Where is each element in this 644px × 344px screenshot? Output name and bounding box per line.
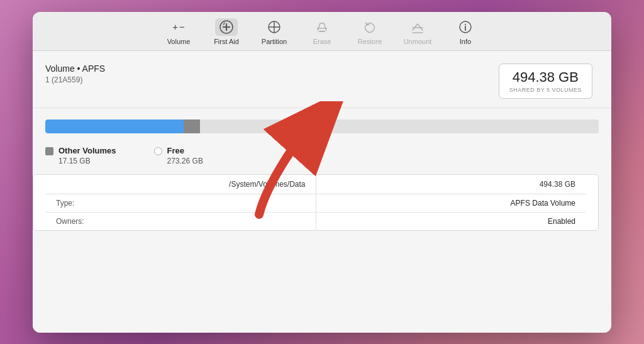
erase-toolbar-item[interactable]: Erase (306, 18, 338, 45)
legend-row: Other Volumes 17.15 GB Free 273.26 GB (33, 140, 611, 174)
svg-rect-2 (319, 31, 325, 32)
progress-section (33, 108, 611, 140)
disk-utility-window: + − Volume First Aid (33, 12, 611, 333)
legend-name-other-volumes: Other Volumes (58, 146, 116, 155)
toolbar: + − Volume First Aid (33, 12, 611, 51)
detail-owners-key: Owners: (46, 213, 316, 230)
erase-label: Erase (313, 38, 331, 45)
first-aid-svg-icon (218, 19, 235, 35)
detail-type-row: Type: APFS Data Volume (46, 194, 586, 213)
partition-toolbar-item[interactable]: Partition (258, 18, 291, 45)
details-path: /System/Volumes/Data (46, 175, 316, 194)
detail-owners-value: Enabled (316, 213, 586, 230)
details-path-row: /System/Volumes/Data 494.38 GB (46, 175, 586, 194)
first-aid-label: First Aid (214, 38, 239, 45)
volume-add-icon: + (172, 22, 178, 31)
info-icon-wrap (454, 18, 477, 36)
erase-svg-icon (314, 19, 330, 35)
legend-text-other-volumes: Other Volumes 17.15 GB (58, 146, 116, 165)
partition-label: Partition (262, 38, 287, 45)
legend-dot-other-volumes (45, 147, 53, 155)
volume-minus-icon: − (179, 22, 185, 31)
capacity-box: 494.38 GB SHARED BY 5 VOLUMES (499, 64, 592, 99)
disk-version: 1 (21A559) (45, 75, 105, 84)
unmount-toolbar-item[interactable]: Unmount (401, 18, 434, 45)
first-aid-icon-wrap (215, 18, 238, 36)
volume-label: Volume (167, 38, 191, 45)
partition-icon-wrap (263, 18, 286, 36)
restore-toolbar-item[interactable]: Restore (353, 18, 386, 45)
info-toolbar-item[interactable]: Info (449, 18, 482, 45)
restore-label: Restore (358, 38, 382, 45)
info-row: Volume • APFS 1 (21A559) 494.38 GB SHARE… (33, 51, 611, 108)
info-svg-icon (457, 19, 474, 35)
legend-item-other-volumes: Other Volumes 17.15 GB (45, 146, 116, 165)
detail-owners-row: Owners: Enabled (46, 213, 586, 230)
svg-point-4 (465, 23, 466, 25)
capacity-size: 494.38 GB (509, 69, 582, 86)
volume-icon-wrap: + − (167, 18, 190, 36)
restore-svg-icon (362, 19, 378, 35)
legend-dot-free (154, 147, 162, 155)
unmount-label: Unmount (404, 38, 432, 45)
unmount-svg-icon (409, 19, 426, 35)
detail-type-value: APFS Data Volume (316, 194, 586, 212)
partition-svg-icon (266, 19, 282, 35)
erase-icon-wrap (311, 18, 333, 36)
legend-size-free: 273.26 GB (167, 157, 203, 165)
legend-text-free: Free 273.26 GB (167, 146, 203, 165)
volume-toolbar-item[interactable]: + − Volume (162, 18, 195, 45)
detail-type-key: Type: (46, 194, 316, 212)
capacity-label: SHARED BY 5 VOLUMES (509, 87, 582, 93)
info-label: Info (460, 38, 471, 45)
legend-size-other-volumes: 17.15 GB (58, 157, 116, 165)
unmount-icon-wrap (406, 18, 429, 36)
progress-segment-gray (184, 119, 200, 133)
restore-icon-wrap (358, 18, 381, 36)
disk-name: Volume • APFS (45, 64, 105, 74)
legend-name-free: Free (167, 146, 203, 155)
disk-info: Volume • APFS 1 (21A559) (45, 64, 105, 84)
details-container: /System/Volumes/Data 494.38 GB Type: APF… (33, 174, 599, 231)
progress-segment-blue (45, 119, 184, 133)
legend-item-free: Free 273.26 GB (154, 146, 203, 165)
progress-bar-track (45, 119, 599, 133)
first-aid-toolbar-item[interactable]: First Aid (210, 18, 243, 45)
content-area: Volume • APFS 1 (21A559) 494.38 GB SHARE… (33, 51, 611, 333)
details-size: 494.38 GB (316, 175, 586, 194)
toolbar-buttons: + − Volume First Aid (162, 18, 482, 45)
